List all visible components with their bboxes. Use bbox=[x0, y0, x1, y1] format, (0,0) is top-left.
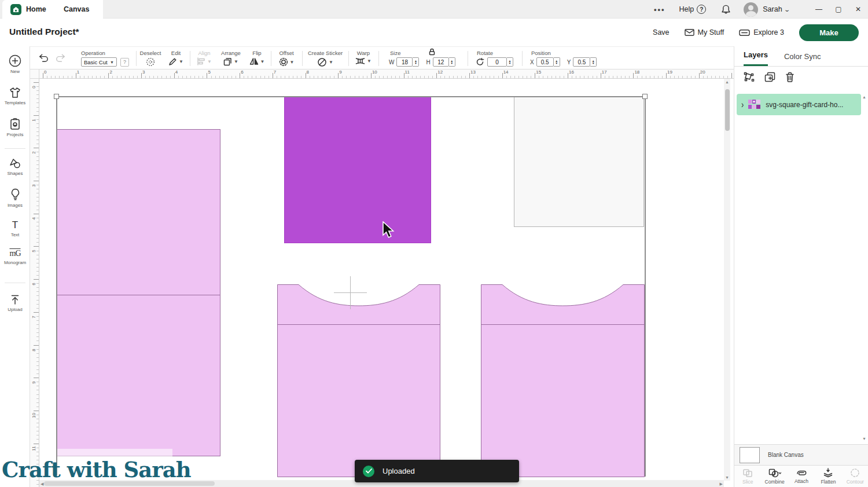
selection-handle-top-right[interactable] bbox=[642, 94, 648, 99]
ruler-number: 8 bbox=[307, 69, 309, 75]
canvas-tab[interactable]: Canvas bbox=[50, 0, 103, 19]
edit-group: Edit ▼ bbox=[164, 47, 187, 70]
operation-label: Operation bbox=[81, 50, 134, 56]
operation-select[interactable]: Basic Cut ▼ bbox=[81, 57, 117, 67]
warp-icon[interactable] bbox=[355, 57, 365, 65]
shape-purple-square[interactable] bbox=[284, 97, 431, 243]
duplicate-icon[interactable] bbox=[764, 72, 775, 82]
ruler-number: 3 bbox=[31, 183, 36, 189]
design-canvas[interactable]: 01234567891011121314151617181920 0123456… bbox=[30, 69, 734, 487]
sidebar-item-images[interactable]: Images bbox=[0, 188, 30, 208]
canvas-vertical-scrollbar[interactable]: ▲ ▼ bbox=[724, 79, 730, 481]
layer-tools bbox=[744, 72, 795, 82]
explore-label: Explore 3 bbox=[753, 28, 784, 36]
tshirt-icon bbox=[9, 87, 21, 98]
project-title: Untitled Project* bbox=[9, 27, 79, 37]
create-sticker-icon[interactable] bbox=[317, 57, 327, 67]
sidebar-item-templates[interactable]: Templates bbox=[0, 87, 30, 105]
create-sticker-label: Create Sticker bbox=[304, 50, 346, 56]
rotate-group: Rotate 0 ▲▼ bbox=[470, 47, 522, 70]
rotate-input[interactable]: 0 bbox=[487, 57, 507, 67]
panel-scroll-up-arrow[interactable]: ▲ bbox=[862, 95, 866, 99]
edit-pencil-icon[interactable] bbox=[168, 57, 177, 66]
height-stepper[interactable]: ▲▼ bbox=[449, 57, 455, 67]
blank-canvas-row[interactable]: Blank Canvas bbox=[734, 444, 868, 465]
help-menu[interactable]: Help ? bbox=[679, 5, 707, 14]
selection-handle-top-left[interactable] bbox=[54, 94, 59, 99]
sidebar-item-upload[interactable]: Upload bbox=[0, 294, 30, 312]
contour-button[interactable]: Contour bbox=[842, 466, 868, 487]
home-tab[interactable]: Home bbox=[2, 0, 54, 19]
rotate-label: Rotate bbox=[477, 50, 522, 56]
save-button[interactable]: Save bbox=[653, 28, 670, 36]
my-stuff-button[interactable]: My Stuff bbox=[685, 28, 724, 36]
ruler-number: 6 bbox=[31, 281, 36, 287]
layer-row-selected[interactable]: › svg-square-gift-card-ho... bbox=[737, 94, 861, 115]
position-x-stepper[interactable]: ▲▼ bbox=[554, 57, 560, 67]
deselect-icon[interactable] bbox=[146, 57, 155, 67]
shape-pink-rectangle[interactable] bbox=[57, 129, 220, 456]
attach-button[interactable]: Attach bbox=[788, 466, 815, 487]
explore-machine-button[interactable]: Explore 3 bbox=[739, 28, 784, 36]
ruler-number: 7 bbox=[31, 314, 36, 320]
combine-button[interactable]: Combine bbox=[761, 466, 788, 487]
flatten-button[interactable]: Flatten bbox=[815, 466, 841, 487]
align-icon[interactable] bbox=[197, 57, 205, 65]
make-button[interactable]: Make bbox=[799, 24, 859, 41]
ruler-number: 17 bbox=[602, 69, 607, 75]
scroll-right-arrow[interactable]: ▶ bbox=[720, 482, 723, 486]
position-x-input[interactable]: 0.5 bbox=[536, 57, 554, 67]
overflow-menu-icon[interactable]: ••• bbox=[654, 5, 665, 14]
vertical-scroll-thumb[interactable] bbox=[725, 89, 730, 131]
crosshair-vertical bbox=[350, 276, 351, 309]
width-stepper[interactable]: ▲▼ bbox=[413, 57, 419, 67]
notifications-bell-icon[interactable] bbox=[721, 4, 731, 14]
ungroup-icon[interactable] bbox=[744, 72, 755, 82]
action-label: Attach bbox=[795, 478, 808, 484]
sidebar-label: Monogram bbox=[4, 260, 26, 265]
scroll-up-arrow[interactable]: ▲ bbox=[725, 80, 729, 84]
offset-icon[interactable] bbox=[279, 57, 288, 67]
warp-caret-icon: ▼ bbox=[367, 58, 372, 64]
sidebar-label: Shapes bbox=[7, 171, 23, 176]
panel-scroll-down-arrow[interactable]: ▼ bbox=[862, 437, 866, 441]
selection-border-top bbox=[56, 96, 645, 97]
layer-expand-chevron-icon[interactable]: › bbox=[741, 99, 744, 111]
sidebar-item-shapes[interactable]: Shapes bbox=[0, 158, 30, 176]
position-y-stepper[interactable]: ▲▼ bbox=[590, 57, 597, 67]
trash-icon[interactable] bbox=[785, 72, 795, 82]
title-bar: Home Canvas ••• Help ? Sarah ⌄ — ▢ ✕ bbox=[0, 0, 868, 19]
tab-layers[interactable]: Layers bbox=[744, 50, 768, 66]
tab-color-sync[interactable]: Color Sync bbox=[784, 52, 821, 66]
shape-gift-card-holder-right[interactable] bbox=[481, 284, 645, 477]
position-y-input[interactable]: 0.5 bbox=[573, 57, 590, 67]
shape-gift-card-holder-left[interactable] bbox=[277, 284, 440, 477]
sidebar-item-projects[interactable]: Projects bbox=[0, 118, 30, 137]
redo-icon[interactable] bbox=[55, 53, 66, 63]
upload-icon bbox=[10, 294, 20, 305]
minimize-button[interactable]: — bbox=[809, 0, 829, 19]
flip-icon[interactable] bbox=[249, 57, 259, 65]
make-label: Make bbox=[819, 28, 838, 37]
sidebar-item-text[interactable]: T Text bbox=[0, 219, 30, 237]
user-avatar[interactable] bbox=[744, 2, 758, 17]
ruler-number: 8 bbox=[31, 347, 36, 353]
scroll-down-arrow[interactable]: ▼ bbox=[725, 475, 729, 479]
arrange-icon[interactable] bbox=[223, 57, 232, 66]
home-tab-label: Home bbox=[26, 5, 46, 13]
width-input[interactable]: 18 bbox=[396, 57, 413, 67]
maximize-button[interactable]: ▢ bbox=[829, 0, 848, 19]
sidebar-item-monogram[interactable]: mG Monogram bbox=[0, 249, 30, 265]
rotate-stepper[interactable]: ▲▼ bbox=[507, 57, 513, 67]
height-input[interactable]: 12 bbox=[433, 57, 449, 67]
size-lock-icon[interactable] bbox=[429, 48, 435, 56]
shape-white-square[interactable] bbox=[514, 97, 644, 227]
close-button[interactable]: ✕ bbox=[848, 0, 868, 19]
sidebar-item-new[interactable]: New bbox=[0, 54, 30, 74]
operation-help-button[interactable]: ? bbox=[120, 58, 129, 67]
envelope-icon bbox=[685, 28, 694, 36]
chevron-down-icon[interactable]: ⌄ bbox=[784, 6, 790, 13]
offset-group: Offset ▼ bbox=[273, 47, 300, 70]
slice-button[interactable]: Slice bbox=[734, 466, 761, 487]
undo-icon[interactable] bbox=[38, 53, 49, 63]
